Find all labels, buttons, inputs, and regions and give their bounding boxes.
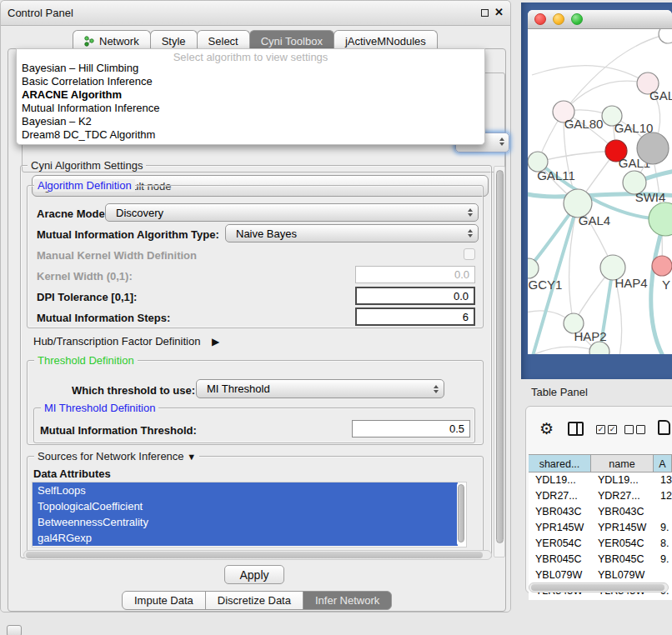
attribute-list-item[interactable]: gal4RGexp	[33, 530, 458, 546]
which-threshold-label: Which threshold to use:	[72, 384, 195, 397]
column-header-partial[interactable]: A	[654, 455, 672, 472]
network-node[interactable]	[637, 132, 669, 164]
new-table-icon[interactable]	[658, 420, 670, 435]
table-row[interactable]: YBL079WYBL079W	[529, 568, 672, 583]
tab-discretize-data[interactable]: Discretize Data	[205, 591, 303, 610]
hub-definition-toggle[interactable]: Hub/Transcription Factor Definition ▶	[33, 335, 219, 348]
sources-toggle[interactable]: Sources for Network Inference ▼	[34, 450, 199, 462]
table-cell: YBR043C	[591, 504, 654, 520]
group-title: Algorithm Definition	[34, 179, 135, 192]
attribute-list-item[interactable]: TopologicalCoefficient	[33, 498, 458, 514]
settings-hscrollbar[interactable]	[23, 550, 492, 560]
apply-button[interactable]: Apply	[224, 565, 284, 584]
table-cell: 12	[654, 488, 672, 504]
table-row[interactable]: YIL052CYIL052C9.	[529, 599, 672, 600]
algorithm-option[interactable]: Dream8 DC_TDC Algorithm	[17, 128, 484, 142]
tab-jactivemnodules[interactable]: jActiveMNodules	[333, 30, 438, 49]
tab-label: Select	[208, 35, 238, 48]
group-title: Cyni Algorithm Settings	[28, 159, 146, 172]
table-panel-title: Table Panel	[531, 386, 588, 398]
table-cell: 8.	[654, 536, 672, 552]
minimized-panel-icon[interactable]	[7, 625, 22, 635]
table-cell: YBR045C	[529, 552, 591, 568]
network-node[interactable]	[659, 29, 672, 43]
tab-label: jActiveMNodules	[345, 35, 426, 48]
mi-type-label: Mutual Information Algorithm Type:	[37, 228, 219, 241]
network-node-label: HAP4	[614, 276, 647, 290]
chevron-down-icon: ▼	[187, 452, 196, 462]
table-cell: YPR145W	[529, 520, 591, 536]
network-node-label: Y	[662, 278, 670, 292]
algorithm-option[interactable]: Mutual Information Inference	[17, 102, 484, 115]
attribute-list-item[interactable]: BetweennessCentrality	[33, 514, 458, 530]
table-cell: YPR145W	[591, 520, 654, 536]
table-cell: 9.	[654, 520, 672, 536]
algorithm-option[interactable]: Bayesian – K2	[17, 115, 484, 128]
dropdown-placeholder: Select algorithm to view settings	[17, 49, 484, 62]
tab-style[interactable]: Style	[150, 30, 198, 49]
aracne-mode-combobox[interactable]: Discovery	[105, 203, 479, 222]
table-cell: YBR043C	[529, 504, 591, 520]
deselect-all-columns-icon[interactable]	[624, 425, 645, 434]
network-node[interactable]	[652, 256, 672, 276]
float-panel-icon[interactable]	[481, 9, 489, 17]
tab-infer-network[interactable]: Infer Network	[303, 591, 392, 610]
table-row[interactable]: YDR27...YDR27...12	[529, 488, 672, 504]
which-threshold-combobox[interactable]: MI Threshold	[196, 379, 444, 398]
table-cell: YIL052C	[529, 599, 591, 600]
gear-icon[interactable]: ⚙	[539, 419, 554, 438]
column-header-name[interactable]: name	[591, 455, 654, 472]
window-zoom-button[interactable]	[571, 13, 583, 25]
mi-steps-field[interactable]: 6	[355, 308, 475, 326]
hub-definition-label: Hub/Transcription Factor Definition	[33, 335, 200, 348]
attributes-scrollbar-thumb[interactable]	[458, 484, 464, 542]
algorithm-option[interactable]: ARACNE Algorithm	[17, 88, 484, 102]
algorithm-options-list: Bayesian – Hill ClimbingBasic Correlatio…	[17, 62, 484, 142]
kernel-width-field[interactable]: 0.0	[355, 266, 475, 283]
dpi-tolerance-field[interactable]: 0.0	[355, 287, 475, 305]
settings-scrollbar-track[interactable]	[494, 166, 505, 558]
attributes-scrollbar-track[interactable]	[457, 483, 466, 545]
tab-impute-data[interactable]: Impute Data	[122, 591, 206, 610]
table-row[interactable]: YDL19...YDL19...13	[529, 472, 672, 488]
window-minimize-button[interactable]	[553, 13, 564, 25]
table-cell: 13	[654, 472, 672, 488]
combo-arrows	[463, 229, 478, 238]
control-panel-tabs: Network Style Select Cyni Toolbox jActiv…	[73, 30, 437, 49]
table-body[interactable]: YDL19...YDL19...13YDR27...YDR27...12YBR0…	[529, 472, 672, 600]
tab-network[interactable]: Network	[73, 30, 151, 49]
table-cell: YBL079W	[529, 568, 591, 583]
settings-scrollbar-thumb[interactable]	[496, 170, 504, 543]
close-icon[interactable]: ✕	[494, 6, 504, 18]
mi-type-combobox[interactable]: Naive Bayes	[225, 224, 479, 242]
tab-select[interactable]: Select	[197, 30, 250, 49]
network-node-label: GAL11	[537, 168, 575, 182]
network-node[interactable]	[589, 342, 609, 354]
algorithm-option[interactable]: Basic Correlation Inference	[17, 75, 484, 88]
mi-threshold-field[interactable]: 0.5	[352, 420, 470, 438]
data-attributes-list[interactable]: SelfLoopsTopologicalCoefficientBetweenne…	[32, 482, 467, 548]
network-window-titlebar[interactable]	[528, 10, 672, 29]
control-panel-titlebar: Control Panel ✕	[1, 1, 510, 26]
settings-hscrollbar-thumb[interactable]	[26, 552, 483, 558]
table-hscrollbar-thumb[interactable]	[531, 584, 664, 591]
window-close-button[interactable]	[534, 13, 546, 25]
combo-arrows	[429, 385, 444, 393]
table-row[interactable]: YPR145WYPR145W9.	[529, 520, 672, 536]
column-header-shared-name[interactable]: shared...	[529, 455, 591, 472]
tab-cyni-toolbox[interactable]: Cyni Toolbox	[249, 30, 334, 49]
split-columns-icon[interactable]	[568, 422, 584, 436]
table-row[interactable]: YBR045CYBR045C9.	[529, 552, 672, 568]
network-node[interactable]	[649, 202, 672, 236]
table-row[interactable]: YER054CYER054C8.	[529, 536, 672, 552]
manual-kernel-checkbox[interactable]	[464, 248, 475, 260]
select-all-columns-icon[interactable]: ✓✓	[596, 425, 617, 434]
table-hscrollbar[interactable]	[529, 582, 669, 592]
algorithm-option[interactable]: Bayesian – Hill Climbing	[17, 62, 484, 75]
dpi-tolerance-label: DPI Tolerance [0,1]:	[37, 291, 137, 303]
table-cell: YER054C	[591, 536, 654, 552]
network-node[interactable]	[528, 258, 539, 278]
network-canvas[interactable]: GALGAL80GAL10GAL1GAL11SWI4GAL4GCY1HAP4YH…	[528, 29, 672, 354]
attribute-list-item[interactable]: SelfLoops	[33, 482, 458, 498]
table-row[interactable]: YBR043CYBR043C	[529, 504, 672, 520]
